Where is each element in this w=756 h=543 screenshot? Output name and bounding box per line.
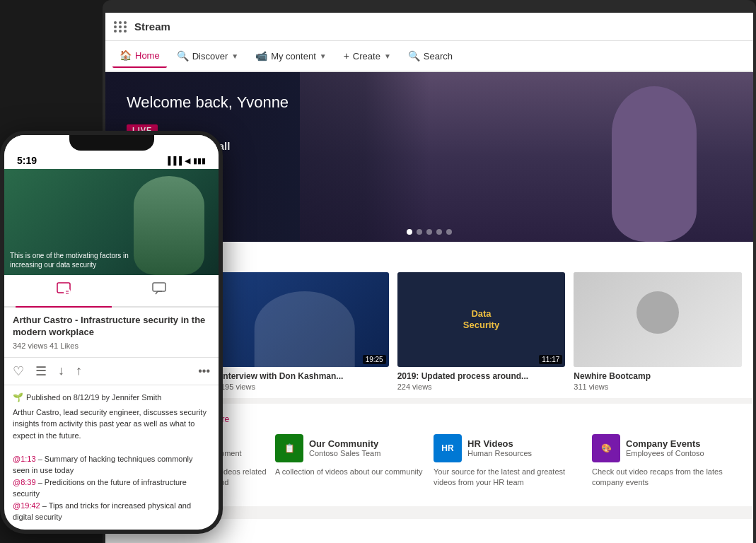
chevron-down-icon-2: ▼ (320, 52, 327, 60)
nav-item-create[interactable]: + Create ▼ (337, 45, 398, 67)
phone-video-title: Arthur Castro - Infrastructure security … (13, 315, 210, 339)
phone-screen: 5:19 ▐▐▐ ◀ ▮▮▮ This is one of the motiva… (4, 135, 219, 530)
video-duration-2: 19:25 (363, 355, 386, 364)
nav-item-my-content[interactable]: 📹 My content ▼ (248, 45, 334, 67)
stream-app-bar: Stream (105, 13, 753, 41)
thumb-bg-2 (221, 272, 389, 367)
video-views-3: 224 views (397, 383, 566, 391)
signal-icon: ▐▐▐ (165, 156, 182, 165)
channel-team-hr: Human Resources (467, 449, 532, 457)
video-duration-3: 11:17 (539, 355, 562, 364)
svg-point-1 (64, 288, 71, 296)
nav-item-search[interactable]: 🔍 Search (401, 45, 460, 67)
download-button[interactable]: ↓ (58, 363, 64, 378)
video-views-2: 195 views (221, 383, 389, 391)
phone-video-info: Arthur Castro - Infrastructure security … (4, 308, 219, 358)
hero-dot-5[interactable] (446, 229, 452, 235)
publish-icon: 🌱 (13, 391, 23, 404)
channel-name-hr: HR Videos (467, 438, 532, 449)
nav-item-discover[interactable]: 🔍 Discover ▼ (170, 45, 245, 67)
channel-info-community: Our Community Contoso Sales Team (309, 438, 380, 457)
channel-header-company: 🎨 Company Events Employees of Contoso (592, 434, 742, 462)
video-card-4[interactable]: Newhire Bootcamp 311 views (574, 272, 742, 391)
phone-description: 🌱 Published on 8/12/19 by Jennifer Smith… (4, 385, 219, 529)
channel-card-hr[interactable]: HR HR Videos Human Resources Your source… (434, 434, 583, 499)
data-security-text: DataSecurity (463, 308, 499, 330)
phone-notch (69, 135, 154, 151)
thumb-bg-3: DataSecurity (397, 272, 566, 367)
video-title-3: 2019: Updated process around... (397, 371, 566, 381)
channel-name-community: Our Community (309, 438, 380, 449)
video-card-2[interactable]: 19:25 Interview with Don Kashman... 195 … (221, 272, 389, 391)
svg-rect-2 (153, 283, 165, 291)
phone-published-text: Published on 8/12/19 by Jennifer Smith (26, 392, 161, 404)
nav-create-label: Create (353, 51, 380, 62)
phone-timestamp-3: @19:42 – Tips and tricks for increased p… (13, 500, 210, 523)
channel-info-company: Company Events Employees of Contoso (626, 438, 704, 457)
phone-tab-bar (4, 275, 219, 308)
create-icon: + (344, 50, 349, 62)
wifi-icon: ◀ (185, 156, 190, 165)
video-title-4: Newhire Bootcamp (574, 371, 742, 381)
search-icon: 🔍 (408, 50, 420, 62)
phone-action-bar: ♡ ☰ ↓ ↑ ••• (4, 358, 219, 385)
phone-video-hero[interactable]: This is one of the motivating factors in… (4, 169, 219, 275)
video-thumb-4 (574, 272, 742, 367)
nav-discover-label: Discover (192, 51, 228, 62)
phone-timestamp-1: @1:13 – Summary of hacking techniques co… (13, 453, 210, 477)
like-button[interactable]: ♡ (13, 363, 24, 379)
phone-video-stats: 342 views 41 Likes (13, 341, 210, 350)
more-options-button[interactable]: ••• (198, 365, 210, 378)
channel-team-community: Contoso Sales Team (309, 449, 380, 457)
channel-icon-hr: HR (434, 434, 462, 462)
hero-dot-1[interactable] (407, 229, 412, 235)
battery-icon: ▮▮▮ (193, 156, 206, 165)
phone-desc-text: Arthur Castro, lead security engineer, d… (13, 407, 210, 442)
channel-card-company[interactable]: 🎨 Company Events Employees of Contoso Ch… (592, 434, 742, 499)
share-button[interactable]: ↑ (76, 363, 82, 378)
video-title-2: Interview with Don Kashman... (221, 371, 389, 381)
channel-desc-hr: Your source for the latest and greatest … (434, 467, 583, 489)
nav-my-content-label: My content (271, 51, 316, 62)
my-content-icon: 📹 (255, 50, 267, 62)
nav-bar: 🏠 Home 🔍 Discover ▼ 📹 My content ▼ + Cre… (105, 41, 753, 72)
hero-dot-3[interactable] (426, 229, 432, 235)
channel-card-community[interactable]: 📋 Our Community Contoso Sales Team A col… (275, 434, 425, 499)
thumb-bg-4 (574, 272, 742, 367)
app-title: Stream (134, 21, 170, 33)
phone-timestamp-2: @8:39 – Predicitions on the future of in… (13, 477, 210, 500)
hero-carousel-dots (407, 229, 452, 235)
channel-desc-community: A collection of videos about our communi… (275, 467, 425, 477)
waffle-menu-icon[interactable] (114, 21, 127, 33)
video-card-3[interactable]: DataSecurity 11:17 2019: Updated process… (397, 272, 566, 391)
phone-status-icons: ▐▐▐ ◀ ▮▮▮ (165, 156, 206, 165)
phone-tab-info[interactable] (16, 275, 112, 308)
channel-name-company: Company Events (626, 438, 704, 449)
channel-icon-community: 📋 (275, 434, 303, 462)
timestamp-link-2[interactable]: @8:39 (13, 478, 36, 486)
hero-dot-2[interactable] (417, 229, 422, 235)
nav-item-home[interactable]: 🏠 Home (112, 44, 167, 68)
channel-info-hr: HR Videos Human Resources (467, 438, 532, 457)
nav-home-label: Home (135, 50, 160, 61)
phone-tab-comments[interactable] (112, 275, 208, 306)
discover-icon: 🔍 (177, 50, 189, 62)
save-button[interactable]: ☰ (35, 363, 47, 379)
chevron-down-icon: ▼ (231, 52, 238, 60)
hero-dot-4[interactable] (436, 229, 442, 235)
video-thumb-3: DataSecurity 11:17 (397, 272, 566, 367)
timestamp-link-3[interactable]: @19:42 (13, 501, 40, 510)
home-icon: 🏠 (120, 49, 132, 61)
thumb-person-2 (255, 291, 356, 367)
video-views-4: 311 views (574, 383, 742, 391)
timestamp-text-2: – Predicitions on the future of infrastr… (13, 478, 187, 498)
phone-published-info: 🌱 Published on 8/12/19 by Jennifer Smith (13, 391, 210, 404)
nav-search-label: Search (424, 51, 453, 62)
phone-frame: 5:19 ▐▐▐ ◀ ▮▮▮ This is one of the motiva… (0, 131, 223, 534)
timestamp-link-1[interactable]: @1:13 (13, 455, 36, 463)
chevron-down-icon-3: ▼ (384, 52, 391, 60)
channel-icon-company: 🎨 (592, 434, 620, 462)
channel-header-hr: HR HR Videos Human Resources (434, 434, 583, 462)
video-thumb-2: 19:25 (221, 272, 389, 367)
channel-team-company: Employees of Contoso (626, 449, 704, 457)
